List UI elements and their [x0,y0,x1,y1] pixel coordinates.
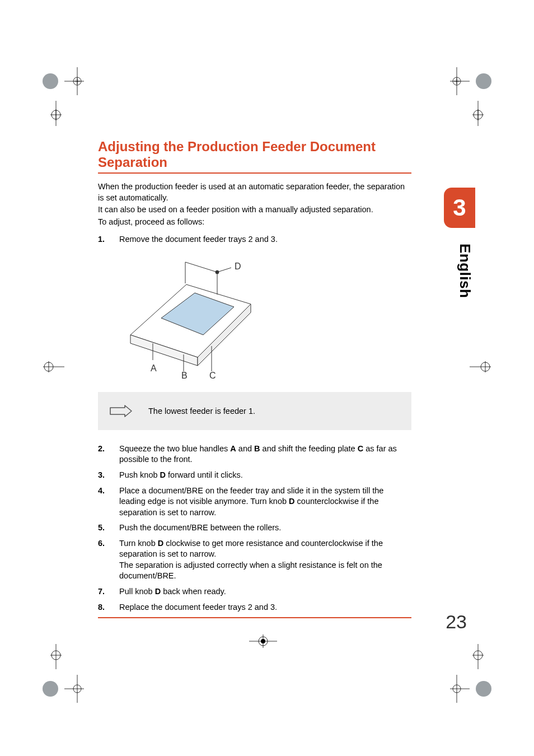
reg-dot-tr [450,64,500,126]
step-5: 5. Push the document/BRE between the rol… [98,522,411,534]
svg-point-45 [216,270,219,274]
step-number: 6. [98,538,119,582]
step-7: 7. Pull knob D back when ready. [98,586,411,598]
reg-dot-br [450,644,500,706]
intro-p3: To adjust, proceed as follows: [98,217,411,228]
step-text: Pull knob D back when ready. [119,586,411,598]
step-number: 2. [98,444,119,465]
step-text: Push the document/BRE between the roller… [119,522,411,534]
step-2: 2. Squeeze the two blue handles A and B … [98,444,411,465]
feeder-diagram: D A B C [119,251,411,382]
svg-point-10 [476,73,491,89]
step-text: Replace the document feeder trays 2 and … [119,602,411,613]
svg-line-44 [217,268,231,272]
step-number: 8. [98,602,119,613]
step-number: 3. [98,470,119,481]
intro-p1: When the production feeder is used at an… [98,181,411,203]
label-D: D [235,262,241,271]
reg-dot-bl [34,644,84,706]
label-C: C [209,371,216,380]
step-text: Remove the document feeder trays 2 and 3… [119,234,411,245]
step-8: 8. Replace the document feeder trays 2 a… [98,602,411,613]
label-B: B [181,371,188,380]
step-number: 7. [98,586,119,598]
language-label: English [456,244,474,298]
step-4: 4. Place a document/BRE on the feeder tr… [98,486,411,519]
reg-bottom-center [246,633,280,650]
svg-point-33 [43,681,58,697]
label-A: A [151,363,157,373]
step-number: 5. [98,522,119,534]
note-icon [108,404,142,418]
page-number: 23 [446,611,467,633]
step-6: 6. Turn knob D clockwise to get more res… [98,538,411,582]
section-end-rule [98,617,411,618]
step-3: 3. Push knob D forward until it clicks. [98,470,411,481]
step-text: Push knob D forward until it clicks. [119,470,411,481]
svg-point-0 [43,73,58,89]
step-number: 4. [98,486,119,519]
intro-p2: It can also be used on a feeder position… [98,204,411,216]
reg-mid-right [470,358,492,375]
step-1: 1. Remove the document feeder trays 2 an… [98,234,411,245]
intro-block: When the production feeder is used at an… [98,181,411,227]
chapter-tab: 3 [444,188,475,228]
svg-point-29 [261,639,265,643]
reg-dot-tl [34,64,84,126]
note-text: The lowest feeder is feeder 1. [148,407,255,416]
page-content: Adjusting the Production Feeder Document… [98,139,411,618]
section-heading: Adjusting the Production Feeder Document… [98,139,411,174]
svg-point-40 [476,681,491,697]
step-text: Place a document/BRE on the feeder tray … [119,486,411,519]
note-box: The lowest feeder is feeder 1. [98,392,411,430]
step-text: Squeeze the two blue handles A and B and… [119,444,411,465]
step-text: Turn knob D clockwise to get more resist… [119,538,411,582]
reg-mid-left [42,358,64,375]
step-number: 1. [98,234,119,245]
